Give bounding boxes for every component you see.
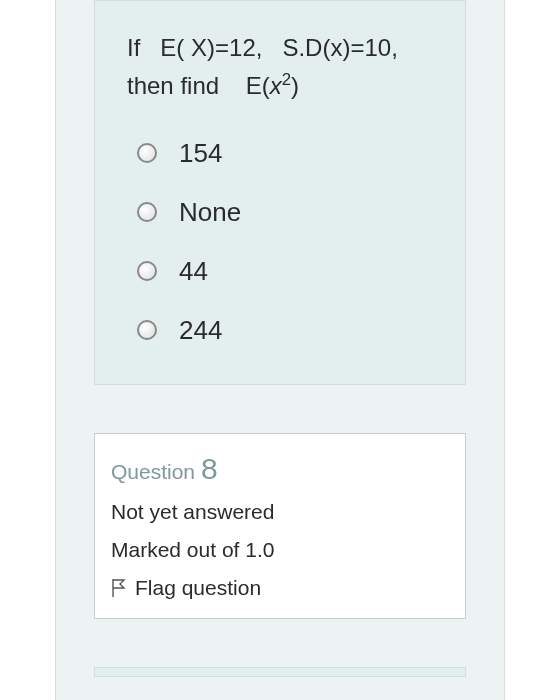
expr-target: E(x2) xyxy=(246,72,299,99)
question-number: 8 xyxy=(201,452,218,485)
radio-icon[interactable] xyxy=(137,143,157,163)
next-question-preview xyxy=(94,667,466,677)
expr-sd: S.D(x)=10, xyxy=(282,34,397,61)
answer-status: Not yet answered xyxy=(111,500,449,524)
marks-line: Marked out of 1.0 xyxy=(111,538,449,562)
option-label: 154 xyxy=(179,138,222,169)
options-group: 154 None 44 244 xyxy=(127,138,433,346)
question-card: If E( X)=12, S.D(x)=10, then find E(x2) … xyxy=(94,0,466,385)
flag-icon xyxy=(111,578,127,598)
option-label: 44 xyxy=(179,256,208,287)
radio-icon[interactable] xyxy=(137,202,157,222)
question-word: Question xyxy=(111,460,195,483)
option-label: 244 xyxy=(179,315,222,346)
question-number-line: Question 8 xyxy=(111,452,449,486)
prompt-mid: then find xyxy=(127,72,219,99)
option-row[interactable]: None xyxy=(137,197,433,228)
prompt-prefix: If xyxy=(127,34,140,61)
option-label: None xyxy=(179,197,241,228)
quiz-page: If E( X)=12, S.D(x)=10, then find E(x2) … xyxy=(55,0,505,700)
question-info-card: Question 8 Not yet answered Marked out o… xyxy=(94,433,466,619)
option-row[interactable]: 44 xyxy=(137,256,433,287)
question-prompt: If E( X)=12, S.D(x)=10, then find E(x2) xyxy=(127,29,433,106)
flag-label: Flag question xyxy=(135,576,261,600)
flag-question-link[interactable]: Flag question xyxy=(111,576,449,600)
option-row[interactable]: 154 xyxy=(137,138,433,169)
option-row[interactable]: 244 xyxy=(137,315,433,346)
radio-icon[interactable] xyxy=(137,320,157,340)
radio-icon[interactable] xyxy=(137,261,157,281)
expr-ex: E( X)=12, xyxy=(160,34,262,61)
